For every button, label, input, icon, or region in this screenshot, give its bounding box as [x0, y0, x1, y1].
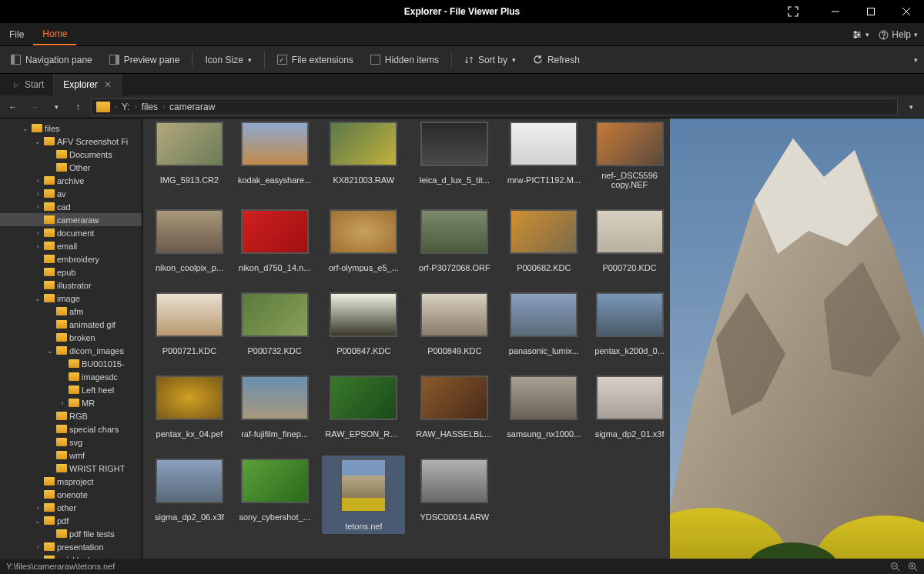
tree-item[interactable]: ›embroidery	[0, 252, 142, 265]
tree-item[interactable]: ⌄AFV Screenshot Fi	[0, 135, 142, 148]
crumb-drive[interactable]: Y:	[122, 102, 130, 112]
nav-up-button[interactable]: ↑	[69, 98, 86, 115]
refresh-button[interactable]: Refresh	[528, 52, 584, 68]
file-item[interactable]: sigma_dp2_01.x3f	[591, 372, 668, 442]
chevron-right-icon[interactable]: ›	[34, 190, 42, 198]
menu-home[interactable]: Home	[33, 23, 76, 45]
tree-item[interactable]: ›svg	[0, 436, 142, 449]
file-item[interactable]: P000849.KDC	[413, 289, 496, 359]
file-item[interactable]: P000732.KDC	[235, 289, 314, 359]
tree-item[interactable]: ›onenote	[0, 488, 142, 501]
nav-history-dropdown[interactable]: ▾	[48, 98, 65, 115]
file-item[interactable]: orf-P3072068.ORF	[413, 206, 496, 275]
preview-pane-toggle[interactable]: Preview pane	[105, 52, 185, 68]
chevron-right-icon[interactable]: ›	[59, 399, 66, 407]
file-item[interactable]: tetons.nef	[322, 456, 405, 534]
tree-item[interactable]: ›afm	[0, 305, 142, 318]
file-item[interactable]: panasonic_lumix...	[504, 289, 584, 359]
tree-item[interactable]: ›special chars	[0, 422, 142, 436]
help-menu[interactable]: Help ▾	[879, 29, 918, 40]
file-item[interactable]: kodak_easyshare...	[235, 118, 314, 192]
chevron-right-icon[interactable]: ›	[34, 177, 42, 185]
nav-back-button[interactable]: ←	[5, 98, 22, 115]
chevron-right-icon[interactable]: ›	[34, 242, 42, 250]
tree-item[interactable]: ›cad	[0, 200, 142, 213]
file-item[interactable]: P000682.KDC	[504, 206, 584, 275]
file-item[interactable]: pentax_k200d_0...	[591, 289, 668, 359]
settings-icon[interactable]: ▾	[852, 29, 869, 40]
tree-item[interactable]: ›pdf file tests	[0, 527, 142, 540]
close-button[interactable]	[889, 0, 924, 23]
chevron-right-icon[interactable]: ›	[34, 203, 42, 211]
tree-item[interactable]: ›other	[0, 501, 142, 514]
tree-item[interactable]: ›email	[0, 239, 142, 252]
file-item[interactable]: nikon_d750_14.n...	[235, 206, 314, 275]
chevron-down-icon[interactable]: ⌄	[34, 138, 42, 145]
file-item[interactable]: RAW_HASSELBLA...	[413, 372, 496, 442]
tree-item[interactable]: ›illustrator	[0, 279, 142, 292]
navigation-tree[interactable]: ⌄files⌄AFV Screenshot Fi›Documents›Other…	[0, 118, 142, 559]
tree-item[interactable]: ›document	[0, 226, 142, 239]
crumb-files[interactable]: files	[142, 102, 158, 112]
tree-item[interactable]: ⌄files	[0, 122, 142, 135]
tree-item[interactable]: ›wmf	[0, 449, 142, 462]
file-item[interactable]: RAW_EPSON_RD...	[322, 372, 405, 442]
chevron-down-icon[interactable]: ⌄	[34, 517, 42, 525]
menu-file[interactable]: File	[0, 23, 33, 45]
tree-item[interactable]: ›av	[0, 187, 142, 200]
tab-start[interactable]: ▷Start	[5, 74, 54, 95]
file-item[interactable]: YDSC00014.ARW	[413, 456, 496, 534]
tree-item[interactable]: ›WRIST RIGHT	[0, 462, 142, 475]
tab-explorer[interactable]: Explorer✕	[54, 74, 122, 95]
breadcrumb-dropdown-icon[interactable]: ▾	[902, 98, 919, 115]
tree-item[interactable]: ›broken	[0, 331, 142, 344]
chevron-down-icon[interactable]: ⌄	[46, 347, 54, 355]
toolbar-expand-icon[interactable]: ▾	[914, 56, 918, 64]
nav-forward-button[interactable]: →	[26, 98, 43, 115]
tree-item[interactable]: ›RGB	[0, 409, 142, 422]
file-item[interactable]: P000847.KDC	[322, 289, 405, 359]
file-item[interactable]: IMG_5913.CR2	[152, 118, 227, 192]
chevron-right-icon[interactable]: ›	[34, 543, 42, 551]
tree-item[interactable]: ›msproject	[0, 475, 142, 488]
tree-item[interactable]: ⌄image	[0, 292, 142, 305]
tree-item[interactable]: ⌄pdf	[0, 514, 142, 527]
file-item[interactable]: P000720.KDC	[591, 206, 668, 275]
tree-item[interactable]: ›Documents	[0, 148, 142, 161]
minimize-button[interactable]	[818, 0, 853, 23]
file-item[interactable]: P000721.KDC	[152, 289, 227, 359]
zoom-out-icon[interactable]	[890, 562, 900, 572]
tree-item[interactable]: ›animated gif	[0, 318, 142, 331]
tree-item[interactable]: ⌄dicom_images	[0, 344, 142, 357]
file-item[interactable]: mrw-PICT1192.M...	[504, 118, 584, 192]
chevron-right-icon[interactable]: ›	[34, 504, 42, 512]
chevron-down-icon[interactable]: ⌄	[34, 295, 42, 302]
file-item[interactable]: KX821003.RAW	[322, 118, 405, 192]
expand-icon[interactable]	[778, 0, 808, 23]
maximize-button[interactable]	[853, 0, 889, 23]
close-icon[interactable]: ✕	[104, 79, 112, 90]
file-item[interactable]: raf-fujifilm_finep...	[235, 372, 314, 442]
preview-pane[interactable]	[670, 118, 924, 559]
file-item[interactable]: nef-_DSC5596copy.NEF	[591, 118, 668, 192]
file-item[interactable]: pentax_kx_04.pef	[152, 372, 227, 442]
file-grid[interactable]: IMG_5913.CR2kodak_easyshare...KX821003.R…	[142, 118, 670, 559]
chevron-down-icon[interactable]: ⌄	[22, 125, 29, 132]
tree-item[interactable]: ›MR	[0, 396, 142, 409]
tree-item[interactable]: ›quicklook	[0, 553, 142, 559]
file-item[interactable]: sony_cybershot_...	[235, 456, 314, 534]
sort-by-dropdown[interactable]: Sort by▾	[460, 52, 521, 68]
file-item[interactable]: nikon_coolpix_p...	[152, 206, 227, 275]
crumb-cameraraw[interactable]: cameraraw	[169, 102, 215, 112]
zoom-in-icon[interactable]	[908, 562, 918, 572]
breadcrumb[interactable]: › Y: › files › cameraraw	[91, 98, 898, 115]
tree-item[interactable]: ›epub	[0, 265, 142, 279]
tree-item[interactable]: ›BU001015-	[0, 357, 142, 370]
hidden-items-toggle[interactable]: Hidden items	[366, 52, 444, 68]
tree-item[interactable]: ›Left heel	[0, 383, 142, 396]
tree-item[interactable]: ›cameraraw	[0, 213, 142, 226]
navigation-pane-toggle[interactable]: Navigation pane	[6, 52, 97, 68]
file-item[interactable]: leica_d_lux_5_tit...	[413, 118, 496, 192]
file-extensions-toggle[interactable]: ✓File extensions	[273, 52, 358, 68]
icon-size-dropdown[interactable]: Icon Size▾	[200, 52, 256, 68]
